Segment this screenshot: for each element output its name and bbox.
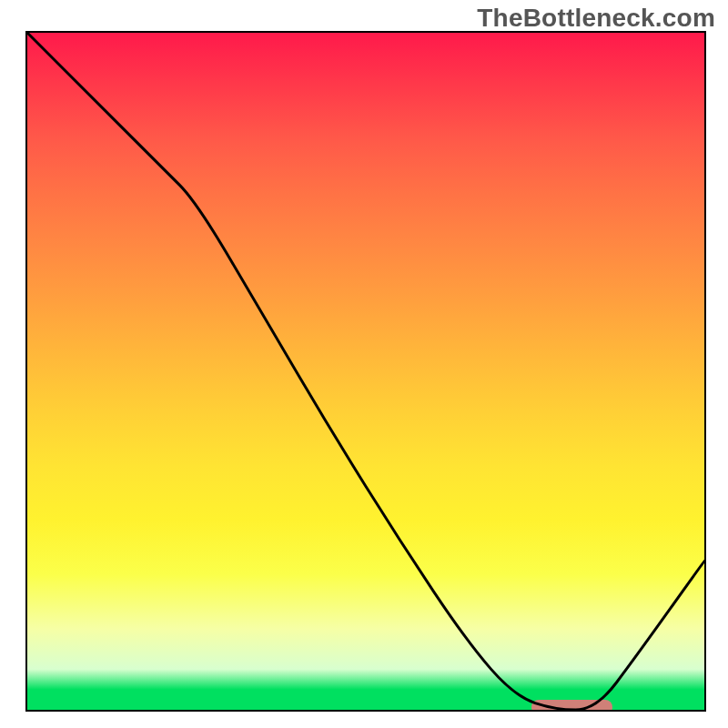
chart-container: TheBottleneck.com [0,0,728,728]
bottleneck-curve [27,33,704,710]
watermark-label: TheBottleneck.com [477,4,715,33]
curve-path [27,33,704,710]
plot-area [25,31,706,712]
